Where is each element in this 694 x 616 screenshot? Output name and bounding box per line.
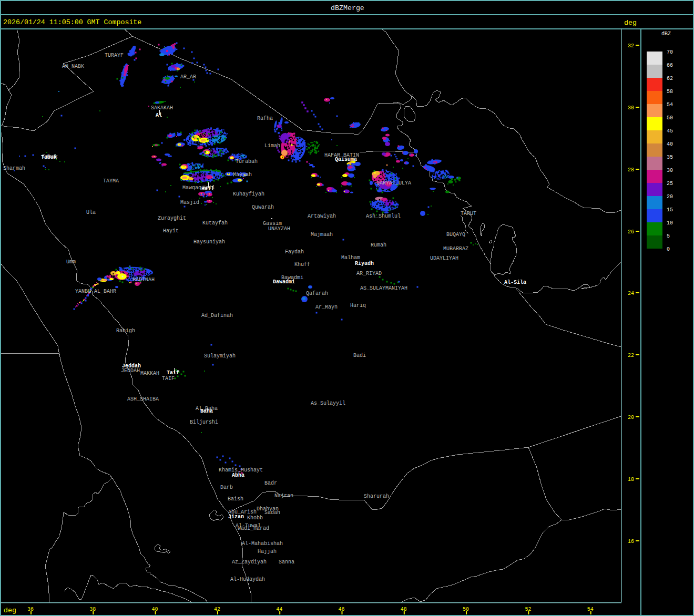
svg-text:TAIF: TAIF [162, 376, 175, 382]
svg-text:TAYMA: TAYMA [103, 178, 119, 184]
svg-text:QARYAT_ULYA: QARYAT_ULYA [376, 180, 411, 186]
svg-text:AS_SULAYMANIYAH: AS_SULAYMANIYAH [360, 285, 407, 291]
svg-text:Sharurah: Sharurah [364, 494, 389, 499]
svg-text:MUBARRAZ: MUBARRAZ [443, 246, 468, 252]
svg-text:dBZ: dBZ [661, 31, 671, 37]
svg-text:MAKKAH: MAKKAH [140, 371, 159, 376]
svg-text:Ar_Rayn: Ar_Rayn [315, 304, 338, 310]
svg-text:Biljurshi: Biljurshi [190, 419, 218, 425]
svg-text:70: 70 [667, 49, 673, 55]
svg-text:30: 30 [667, 168, 673, 173]
svg-text:JEDDAH: JEDDAH [121, 368, 140, 374]
svg-text:40: 40 [667, 141, 673, 147]
svg-text:Hayit: Hayit [163, 228, 179, 234]
svg-text:25: 25 [667, 181, 673, 187]
svg-text:Dawadmi: Dawadmi [273, 279, 295, 285]
svg-text:Kuhayfiyah: Kuhayfiyah [233, 191, 264, 197]
svg-text:Darb: Darb [220, 485, 233, 490]
svg-text:Haysuniyah: Haysuniyah [193, 239, 225, 245]
svg-text:As_Sulayyil: As_Sulayyil [311, 401, 345, 406]
svg-text:UDAYLIYAH: UDAYLIYAH [430, 255, 458, 261]
svg-text:18: 18 [628, 477, 634, 482]
svg-text:62: 62 [667, 76, 673, 81]
svg-text:50: 50 [667, 115, 673, 121]
svg-text:Ad_Dafinah: Ad_Dafinah [201, 313, 233, 319]
svg-text:Ash_Shumlul: Ash_Shumlul [366, 213, 401, 219]
svg-text:Qafarah: Qafarah [306, 291, 328, 296]
svg-text:Al-Sila: Al-Sila [504, 280, 526, 285]
svg-text:Badr: Badr [264, 480, 277, 486]
svg-text:2026/01/24 11:05:00 GMT Compos: 2026/01/24 11:05:00 GMT Composite [3, 18, 141, 26]
svg-text:Majmaah: Majmaah [311, 232, 333, 238]
svg-text:deg: deg [624, 19, 637, 27]
svg-text:UNAYZAH: UNAYZAH [268, 226, 290, 232]
svg-text:Khuff: Khuff [294, 262, 310, 268]
svg-text:Zurayghit: Zurayghit [158, 215, 186, 221]
svg-text:54: 54 [667, 102, 673, 108]
svg-text:Artawiyah: Artawiyah [308, 213, 336, 219]
svg-text:Rabigh: Rabigh [116, 328, 135, 334]
svg-text:Quwarah: Quwarah [252, 204, 274, 210]
svg-text:Wadi_Harad: Wadi_Harad [238, 526, 269, 531]
svg-text:Al: Al [156, 112, 162, 118]
svg-text:Mayyah: Mayyah [233, 172, 252, 178]
svg-text:Sadah: Sadah [264, 510, 280, 516]
svg-text:26: 26 [628, 229, 634, 235]
svg-text:Malham: Malham [341, 255, 360, 261]
svg-text:22: 22 [628, 353, 634, 358]
svg-text:MADINAH: MADINAH [132, 277, 155, 283]
svg-text:Sanna: Sanna [279, 559, 294, 565]
svg-text:20: 20 [667, 194, 673, 200]
svg-text:Badi: Badi [353, 353, 366, 358]
svg-text:TARUT: TARUT [461, 211, 476, 217]
svg-text:Najran: Najran [274, 493, 293, 499]
svg-text:Sharmah: Sharmah [3, 166, 25, 171]
svg-text:Jizan: Jizan [228, 514, 244, 520]
svg-text:Baha: Baha [200, 408, 213, 414]
svg-text:Hariq: Hariq [350, 303, 366, 309]
svg-text:66: 66 [667, 63, 673, 68]
svg-text:28: 28 [628, 167, 634, 173]
svg-text:Rumah: Rumah [371, 242, 386, 248]
svg-text:24: 24 [628, 291, 634, 296]
svg-text:16: 16 [628, 539, 634, 545]
svg-text:Al-Hudaydah: Al-Hudaydah [230, 577, 265, 582]
svg-text:AR_AR: AR_AR [180, 74, 196, 80]
svg-text:Taif: Taif [167, 370, 179, 376]
svg-text:Faydah: Faydah [285, 249, 304, 255]
svg-text:20: 20 [628, 415, 634, 420]
svg-text:35: 35 [667, 155, 673, 160]
svg-text:ASH_SHAIBA: ASH_SHAIBA [127, 396, 159, 402]
svg-text:Ula: Ula [86, 210, 96, 215]
svg-text:SAKAKAH: SAKAKAH [151, 105, 173, 111]
svg-text:Rafha: Rafha [257, 116, 273, 121]
svg-text:0: 0 [667, 247, 670, 252]
svg-text:dBZMerge: dBZMerge [331, 4, 364, 12]
svg-text:deg: deg [4, 607, 16, 614]
svg-text:58: 58 [667, 89, 673, 95]
svg-text:Kutayfah: Kutayfah [202, 220, 228, 226]
svg-text:Qaisuma: Qaisuma [335, 157, 357, 162]
svg-text:AN_NABK: AN_NABK [62, 64, 84, 69]
svg-text:10: 10 [667, 220, 673, 226]
svg-text:45: 45 [667, 128, 673, 134]
svg-text:Sulaymiyah: Sulaymiyah [204, 353, 236, 359]
svg-text:30: 30 [628, 105, 634, 111]
svg-text:15: 15 [667, 207, 673, 213]
svg-text:Limah: Limah [264, 143, 280, 149]
svg-text:BUQAYQ: BUQAYQ [446, 232, 465, 238]
svg-text:Riyadh: Riyadh [355, 261, 374, 266]
svg-text:Abha: Abha [232, 473, 244, 478]
svg-text:Tabuk: Tabuk [41, 155, 57, 160]
svg-text:Turabah: Turabah [236, 159, 258, 165]
svg-text:Az_Zaydiyah: Az_Zaydiyah [232, 559, 267, 565]
svg-text:YANBU_AL_BAHR: YANBU_AL_BAHR [75, 289, 116, 294]
svg-text:AR_RIYAD: AR_RIYAD [356, 271, 382, 276]
svg-text:32: 32 [628, 43, 634, 49]
svg-text:Masjid: Masjid [180, 200, 199, 206]
svg-text:Mawqaq: Mawqaq [182, 185, 201, 191]
svg-text:Umm: Umm [66, 259, 76, 265]
svg-text:Baish: Baish [228, 496, 243, 502]
svg-text:TURAYF: TURAYF [105, 53, 124, 58]
svg-text:Al-Mahabishah: Al-Mahabishah [242, 541, 283, 547]
